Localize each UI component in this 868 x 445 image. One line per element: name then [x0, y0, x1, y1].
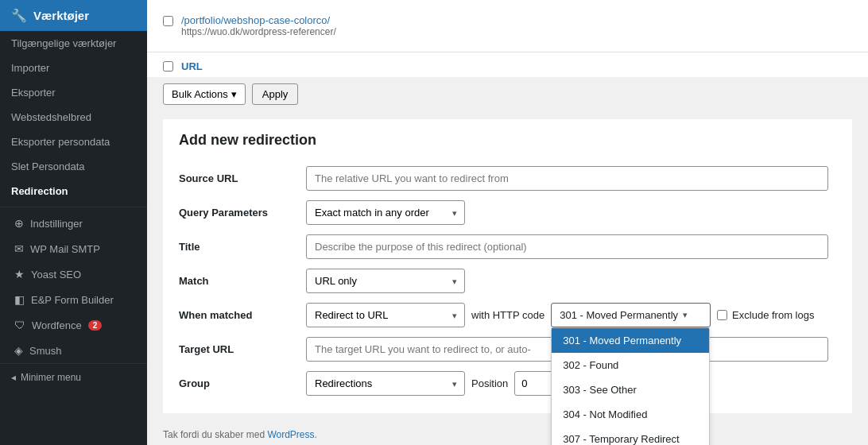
footer-wordpress-link[interactable]: WordPress — [267, 429, 314, 440]
title-row: Title — [179, 230, 836, 264]
http-code-option-303[interactable]: 303 - See Other — [552, 377, 709, 402]
form-icon: ◧ — [14, 293, 25, 306]
sidebar-item-redirection[interactable]: Redirection — [0, 179, 147, 203]
query-params-select-wrap: Exact match in any order Ignore all para… — [306, 200, 465, 225]
when-matched-row: When matched Redirect to URL Pass-throug… — [179, 298, 836, 332]
yoast-icon: ★ — [14, 268, 25, 281]
sidebar-item-yoast-seo[interactable]: ★ Yoast SEO — [0, 261, 147, 287]
source-url-label: Source URL — [179, 161, 306, 195]
title-label: Title — [179, 230, 306, 264]
apply-button[interactable]: Apply — [252, 83, 299, 105]
http-code-option-302[interactable]: 302 - Found — [552, 353, 709, 377]
form-title: Add new redirection — [179, 132, 836, 149]
http-code-button[interactable]: 301 - Moved Permanently ▾ — [551, 303, 711, 327]
action-select-wrap: Redirect to URL Pass-through Error (404)… — [306, 303, 465, 327]
when-matched-label: When matched — [179, 298, 306, 332]
http-code-wrap: 301 - Moved Permanently ▾ 301 - Moved Pe… — [551, 303, 711, 327]
match-label: Match — [179, 264, 306, 298]
sidebar-item-importer[interactable]: Importer — [0, 56, 147, 80]
group-select[interactable]: Redirections Temp Redirects — [306, 371, 465, 396]
source-url-row: Source URL — [179, 161, 836, 195]
http-code-dropdown: 301 - Moved Permanently 302 - Found 303 … — [551, 327, 710, 445]
sidebar-header-label: Værktøjer — [33, 9, 89, 22]
wordfence-badge: 2 — [88, 320, 103, 331]
url-header-row: URL — [147, 52, 868, 77]
main-content: /portfolio/webshop-case-colorco/ https:/… — [147, 0, 868, 445]
sidebar-item-wordfence[interactable]: 🛡 Wordfence 2 — [0, 312, 147, 338]
sidebar-header[interactable]: 🔧 Værktøjer — [0, 0, 147, 31]
wordfence-icon: 🛡 — [14, 319, 25, 331]
footer-text-before: Tak fordi du skaber med — [163, 429, 267, 440]
indstillinger-icon: ⊕ — [14, 217, 24, 230]
when-matched-controls: Redirect to URL Pass-through Error (404)… — [306, 303, 828, 327]
form-fields-table: Source URL Query Parameters Exact match … — [179, 161, 836, 400]
exclude-logs-label[interactable]: Exclude from logs — [717, 309, 814, 321]
bulk-actions-bar: Bulk Actions ▾ Apply — [147, 77, 868, 111]
sidebar-item-eksporter[interactable]: Eksporter — [0, 80, 147, 105]
bulk-actions-chevron-icon: ▾ — [231, 88, 237, 100]
http-code-value: 301 - Moved Permanently — [560, 309, 678, 321]
bulk-actions-dropdown[interactable]: Bulk Actions ▾ — [163, 83, 246, 105]
bulk-actions-label: Bulk Actions — [172, 88, 228, 100]
sidebar-item-tilgaengelige[interactable]: Tilgængelige værktøjer — [0, 31, 147, 56]
sidebar-item-indstillinger[interactable]: ⊕ Indstillinger — [0, 211, 147, 236]
sidebar-item-wp-mail-smtp[interactable]: ✉ WP Mail SMTP — [0, 236, 147, 261]
http-code-option-307[interactable]: 307 - Temporary Redirect — [552, 427, 709, 445]
http-code-option-304[interactable]: 304 - Not Modified — [552, 402, 709, 427]
http-code-option-301[interactable]: 301 - Moved Permanently — [552, 328, 709, 353]
target-url-row: Target URL — [179, 332, 836, 366]
collapse-arrow-icon: ◂ — [11, 372, 16, 383]
wrench-icon: 🔧 — [11, 8, 27, 23]
action-select[interactable]: Redirect to URL Pass-through Error (404) — [306, 303, 465, 327]
sidebar: 🔧 Værktøjer Tilgængelige værktøjer Impor… — [0, 0, 147, 445]
group-select-wrap: Redirections Temp Redirects ▾ — [306, 371, 465, 396]
sidebar-nav-items: Tilgængelige værktøjer Importer Eksporte… — [0, 31, 147, 203]
footer: Tak fordi du skaber med WordPress. — [147, 421, 868, 445]
group-label: Group — [179, 366, 306, 400]
query-params-select[interactable]: Exact match in any order Ignore all para… — [306, 200, 465, 225]
sidebar-section-plugins: ⊕ Indstillinger ✉ WP Mail SMTP ★ Yoast S… — [0, 207, 147, 363]
exclude-logs-checkbox[interactable] — [717, 310, 727, 320]
match-select-wrap: URL only URL and query string URL and br… — [306, 269, 465, 293]
match-row: Match URL only URL and query string URL … — [179, 264, 836, 298]
source-url-input[interactable] — [306, 166, 828, 191]
row-url-full: https://wuo.dk/wordpress-referencer/ — [181, 26, 336, 37]
row-checkbox[interactable] — [163, 16, 173, 26]
position-label: Position — [471, 377, 508, 389]
collapse-menu-button[interactable]: ◂ Minimer menu — [0, 363, 147, 391]
target-url-label: Target URL — [179, 332, 306, 366]
exclude-logs-text: Exclude from logs — [732, 309, 814, 321]
mail-icon: ✉ — [14, 242, 24, 255]
query-params-row: Query Parameters Exact match in any orde… — [179, 195, 836, 230]
group-row: Group Redirections Temp Redirects ▾ Posi… — [179, 366, 836, 400]
row-url-content: /portfolio/webshop-case-colorco/ https:/… — [181, 14, 336, 37]
row-url-path[interactable]: /portfolio/webshop-case-colorco/ — [181, 14, 330, 26]
sidebar-item-smush[interactable]: ◈ Smush — [0, 338, 147, 363]
sidebar-item-webstedshelbred[interactable]: Webstedshelbred — [0, 105, 147, 130]
sidebar-item-slet-persondata[interactable]: Slet Persondata — [0, 154, 147, 179]
sidebar-item-ep-form-builder[interactable]: ◧ E&P Form Builder — [0, 287, 147, 312]
table-row: /portfolio/webshop-case-colorco/ https:/… — [163, 8, 852, 44]
row-checkbox-cell — [163, 14, 173, 29]
title-input[interactable] — [306, 234, 828, 259]
match-select[interactable]: URL only URL and query string URL and br… — [306, 269, 465, 293]
add-redirection-form: Add new redirection Source URL Query Par… — [163, 119, 852, 413]
with-http-code-label: with HTTP code — [471, 309, 544, 321]
sidebar-item-eksporter-persondata[interactable]: Eksporter persondata — [0, 130, 147, 154]
smush-icon: ◈ — [14, 344, 23, 357]
url-header-label: URL — [181, 60, 203, 72]
query-params-label: Query Parameters — [179, 195, 306, 230]
redirect-table: /portfolio/webshop-case-colorco/ https:/… — [147, 0, 868, 52]
http-code-chevron-icon: ▾ — [683, 310, 688, 320]
url-header-checkbox[interactable] — [163, 61, 173, 72]
